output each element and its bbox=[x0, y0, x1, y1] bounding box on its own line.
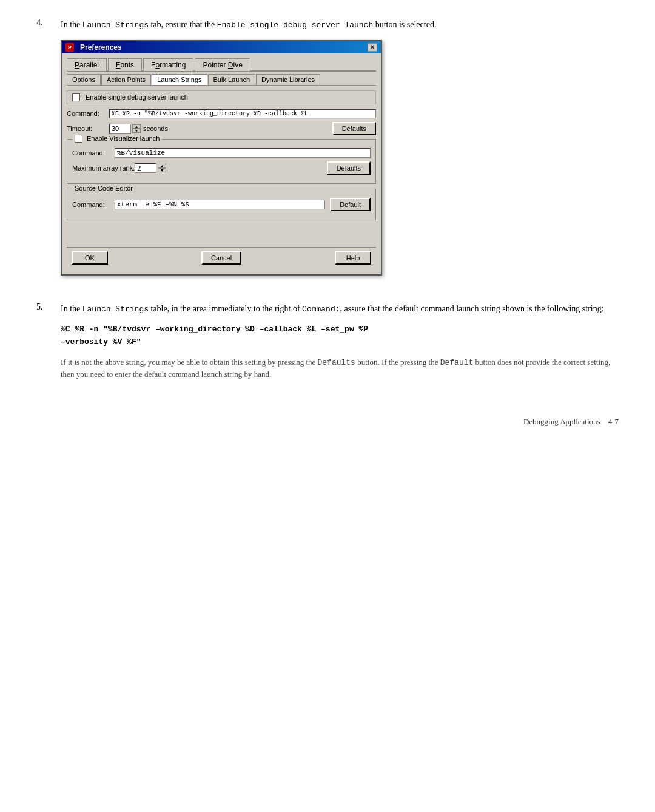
command-input[interactable] bbox=[109, 109, 376, 118]
help-button[interactable]: Help bbox=[335, 251, 371, 265]
max-array-up[interactable]: ▲ bbox=[158, 164, 166, 168]
source-command-row: Command: Default bbox=[72, 198, 371, 211]
source-code-editor-content: Command: Default bbox=[72, 198, 371, 211]
visualizer-legend: Enable Visualizer launch bbox=[72, 135, 162, 143]
step-4-content: In the Launch Strings tab, ensure that t… bbox=[61, 18, 619, 288]
command-label: Command: bbox=[67, 110, 109, 117]
visualizer-groupbox: Enable Visualizer launch Command: Maximu… bbox=[67, 139, 376, 184]
timeout-row: Timeout: ▲ ▼ seconds Defaults bbox=[67, 122, 376, 135]
timeout-defaults-button[interactable]: Defaults bbox=[332, 122, 376, 135]
dialog-body: Parallel Fonts Formatting Pointer Dive O… bbox=[62, 53, 381, 274]
timeout-label: Timeout: bbox=[67, 125, 109, 132]
step-number-5: 5. bbox=[36, 302, 49, 381]
page-footer-text: Debugging Applications bbox=[523, 417, 600, 427]
tab-formatting-label: Formatting bbox=[151, 61, 186, 69]
timeout-up[interactable]: ▲ bbox=[132, 124, 141, 129]
source-command-label: Command: bbox=[72, 201, 115, 208]
dialog-titlebar: P Preferences × bbox=[62, 41, 381, 53]
step5-defaults-ref: Defaults bbox=[318, 358, 355, 367]
preferences-icon: P bbox=[66, 43, 74, 52]
step5-default-ref: Default bbox=[440, 358, 474, 367]
visualizer-command-row: Command: bbox=[72, 148, 371, 158]
max-array-down[interactable]: ▼ bbox=[158, 168, 166, 172]
dialog-title-area: P Preferences bbox=[66, 43, 122, 52]
max-array-label: Maximum array rank: bbox=[72, 164, 135, 172]
tab-launch-strings[interactable]: Launch Strings bbox=[152, 74, 207, 85]
max-array-row: Maximum array rank: ▲ ▼ Defaults bbox=[72, 161, 371, 175]
source-default-button[interactable]: Default bbox=[330, 198, 371, 211]
tab-action-points[interactable]: Action Points bbox=[101, 74, 151, 85]
command-row: Command: bbox=[67, 109, 376, 118]
step-4: 4. In the Launch Strings tab, ensure tha… bbox=[36, 18, 619, 288]
enable-visualizer-checkbox[interactable] bbox=[75, 135, 82, 143]
dialog-spacer bbox=[67, 225, 376, 243]
enable-single-debug-checkbox[interactable] bbox=[72, 93, 80, 101]
tab-parallel-underline: P bbox=[75, 61, 79, 69]
tab-row-2: Options Action Points Launch Strings Bul… bbox=[67, 74, 376, 86]
step-5-followup: If it is not the above string, you may b… bbox=[61, 356, 619, 381]
dialog-footer: OK Cancel Help bbox=[67, 247, 376, 269]
timeout-spinner[interactable]: ▲ ▼ bbox=[132, 124, 141, 133]
ok-button[interactable]: OK bbox=[72, 251, 108, 265]
timeout-unit: seconds bbox=[143, 125, 168, 132]
visualizer-command-input[interactable] bbox=[115, 148, 371, 158]
source-code-editor-label: Source Code Editor bbox=[75, 184, 133, 192]
timeout-down[interactable]: ▼ bbox=[132, 129, 141, 133]
timeout-input[interactable] bbox=[109, 124, 131, 134]
page-footer: Debugging Applications 4-7 bbox=[36, 417, 619, 427]
max-array-defaults-button[interactable]: Defaults bbox=[327, 161, 371, 175]
visualizer-content: Command: Maximum array rank: ▲ ▼ Default… bbox=[72, 148, 371, 175]
source-code-editor-legend: Source Code Editor bbox=[72, 184, 135, 192]
step-5-content: In the Launch Strings table, in the area… bbox=[61, 302, 619, 381]
step-5-text: In the Launch Strings table, in the area… bbox=[61, 302, 619, 316]
preferences-dialog: P Preferences × Parallel Fonts Formattin… bbox=[61, 40, 382, 276]
tab-formatting[interactable]: Formatting bbox=[143, 58, 193, 71]
step-5: 5. In the Launch Strings table, in the a… bbox=[36, 302, 619, 381]
step5-command-ref: Command: bbox=[302, 305, 340, 314]
tab-fonts[interactable]: Fonts bbox=[108, 58, 142, 71]
cancel-button[interactable]: Cancel bbox=[201, 251, 241, 265]
tab-bulk-launch[interactable]: Bulk Launch bbox=[208, 74, 256, 85]
max-array-spinner[interactable]: ▲ ▼ bbox=[158, 164, 166, 172]
tab-pointer-dive[interactable]: Pointer Dive bbox=[195, 58, 250, 71]
enable-single-debug-label: Enable single debug server launch bbox=[86, 93, 188, 101]
source-command-input[interactable] bbox=[115, 200, 325, 209]
tab-row-1: Parallel Fonts Formatting Pointer Dive bbox=[67, 58, 376, 72]
dialog-title-text: Preferences bbox=[80, 43, 122, 52]
tab-options[interactable]: Options bbox=[67, 74, 101, 85]
tab-parallel[interactable]: Parallel bbox=[67, 58, 107, 71]
source-code-editor-groupbox: Source Code Editor Command: Default bbox=[67, 189, 376, 220]
enable-visualizer-label: Enable Visualizer launch bbox=[87, 135, 160, 142]
tab-parallel-rest: arallel bbox=[79, 61, 99, 69]
tab-dynamic-libraries[interactable]: Dynamic Libraries bbox=[256, 74, 320, 85]
visualizer-command-label: Command: bbox=[72, 149, 115, 157]
tab-fonts-rest: onts bbox=[120, 61, 134, 69]
step5-launch-strings-ref: Launch Strings bbox=[82, 305, 149, 314]
tab-pointer-dive-label: Pointer Dive bbox=[203, 61, 242, 69]
max-array-input[interactable] bbox=[135, 163, 156, 173]
dialog-close-button[interactable]: × bbox=[368, 43, 377, 52]
step-4-text: In the Launch Strings tab, ensure that t… bbox=[61, 18, 619, 32]
step4-enable-ref: Enable single debug server launch bbox=[217, 21, 373, 30]
enable-single-debug-row: Enable single debug server launch bbox=[67, 90, 376, 104]
step-number-4: 4. bbox=[36, 18, 49, 288]
step-5-code: %C %R -n "%B/tvdsvr –working_directory %… bbox=[61, 323, 619, 349]
page-footer-page: 4-7 bbox=[608, 417, 619, 427]
step4-launch-strings-ref: Launch Strings bbox=[82, 21, 149, 30]
